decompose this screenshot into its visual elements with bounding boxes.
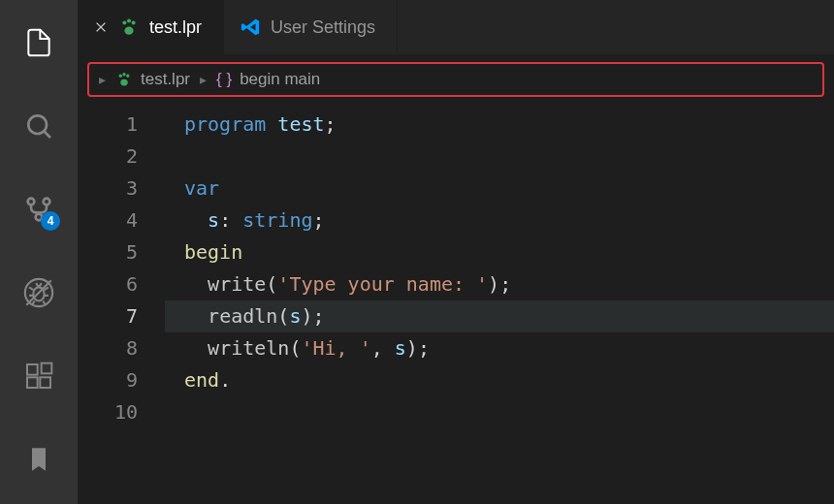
code-line[interactable]: readln(s); [165, 300, 834, 332]
tab-test-lpr[interactable]: test.lpr [78, 0, 224, 54]
extensions-icon[interactable] [16, 353, 62, 399]
svg-rect-11 [40, 377, 50, 388]
svg-point-2 [28, 199, 35, 205]
code-line[interactable]: write('Type your name: '); [165, 268, 834, 300]
svg-point-19 [119, 75, 122, 78]
code-content[interactable]: program test;var s: string;begin write('… [165, 109, 834, 504]
line-number: 7 [78, 300, 138, 332]
code-line[interactable]: writeln('Hi, ', s); [165, 332, 834, 364]
line-number: 8 [78, 332, 138, 364]
svg-point-0 [28, 115, 47, 134]
activity-bar: 4 [0, 0, 78, 504]
tab-label: test.lpr [149, 17, 202, 38]
code-line[interactable] [165, 141, 834, 173]
code-line[interactable]: s: string; [165, 205, 834, 236]
debug-icon[interactable] [16, 269, 62, 316]
breadcrumb[interactable]: ▸ test.lpr ▸ { } begin main [87, 62, 824, 97]
svg-rect-12 [42, 363, 52, 374]
line-number: 1 [78, 109, 138, 141]
line-number: 4 [78, 205, 138, 236]
line-number: 10 [78, 396, 138, 428]
svg-point-21 [126, 75, 129, 78]
line-number: 2 [78, 141, 138, 173]
line-number: 5 [78, 236, 138, 268]
line-number-gutter: 12345678910 [78, 109, 165, 504]
line-number: 6 [78, 268, 138, 300]
scm-badge: 4 [41, 211, 60, 231]
code-line[interactable]: var [165, 173, 834, 205]
svg-point-20 [122, 73, 125, 76]
breadcrumb-file[interactable]: test.lpr [115, 70, 190, 89]
line-number: 3 [78, 173, 138, 205]
tab-bar: test.lpr User Settings [78, 0, 834, 54]
close-icon[interactable] [93, 19, 109, 35]
breadcrumb-symbol-label: begin main [240, 70, 320, 89]
svg-rect-9 [27, 364, 38, 375]
chevron-right-icon: ▸ [99, 72, 106, 87]
search-icon[interactable] [16, 103, 62, 149]
code-editor[interactable]: 12345678910 program test;var s: string;b… [78, 103, 834, 504]
breadcrumb-file-label: test.lpr [141, 70, 190, 89]
svg-point-3 [44, 199, 50, 205]
editor-group: test.lpr User Settings ▸ test.lpr ▸ { } … [78, 0, 834, 504]
svg-line-1 [45, 132, 50, 138]
svg-point-17 [132, 20, 136, 24]
chevron-right-icon: ▸ [200, 72, 207, 87]
code-line[interactable]: end. [165, 364, 834, 396]
line-number: 9 [78, 364, 138, 396]
svg-point-15 [122, 20, 126, 24]
svg-point-18 [124, 27, 133, 35]
code-line[interactable] [165, 396, 834, 428]
paw-icon [118, 16, 140, 38]
vscode-icon [240, 16, 261, 38]
bookmark-icon[interactable] [16, 436, 62, 483]
braces-icon: { } [216, 70, 232, 89]
code-line[interactable]: program test; [165, 109, 834, 141]
tab-label: User Settings [271, 17, 375, 38]
code-line[interactable]: begin [165, 236, 834, 268]
tab-user-settings[interactable]: User Settings [224, 0, 398, 54]
svg-point-16 [127, 19, 131, 23]
breadcrumb-symbol[interactable]: { } begin main [216, 70, 320, 89]
source-control-icon[interactable]: 4 [16, 186, 62, 233]
svg-rect-10 [27, 377, 38, 388]
svg-point-22 [120, 79, 128, 86]
explorer-icon[interactable] [16, 19, 62, 66]
